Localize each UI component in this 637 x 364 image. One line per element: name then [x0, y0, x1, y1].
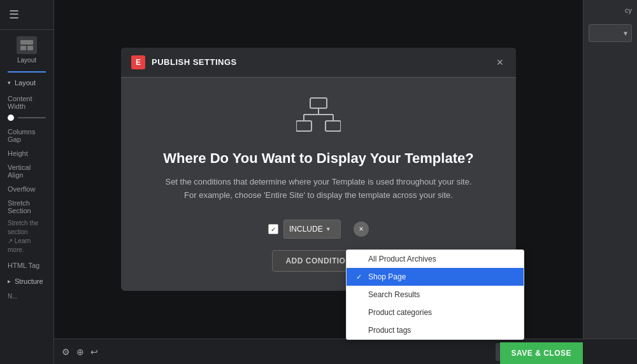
condition-row: ✓ INCLUDE ▼ All Product Archives ✓	[147, 220, 490, 239]
sidebar-slider-row	[0, 113, 54, 125]
sidebar-prop-stretch-section: Stretch Section	[0, 196, 54, 218]
svg-rect-0	[20, 40, 33, 45]
svg-rect-3	[310, 98, 327, 108]
include-select[interactable]: INCLUDE ▼	[283, 220, 341, 239]
layout-label: Layout	[8, 57, 46, 64]
right-top-text: cy	[583, 0, 637, 20]
svg-rect-8	[296, 121, 311, 131]
dropdown-item-all-product-archives[interactable]: All Product Archives	[347, 250, 524, 268]
sidebar-prop-overflow: Overflow	[0, 182, 54, 196]
sidebar-layout-section: Layout	[0, 30, 54, 70]
settings-icon[interactable]: ⚙	[62, 347, 70, 357]
sidebar-divider	[8, 71, 46, 73]
publish-settings-modal: E PUBLISH SETTINGS ×	[121, 48, 516, 291]
sidebar-item-label: Layout	[15, 79, 36, 87]
modal-close-button[interactable]: ×	[494, 55, 506, 69]
remove-condition-button[interactable]: ×	[354, 221, 369, 237]
modal-body: Where Do You Want to Display Your Templa…	[121, 78, 516, 291]
caret-icon: ▾	[8, 80, 11, 86]
modal-heading: Where Do You Want to Display Your Templa…	[163, 150, 473, 167]
check-selected-icon: ✓	[354, 273, 363, 281]
sidebar-item-structure[interactable]: ▸ Structure	[0, 272, 54, 290]
sidebar-top: ☰	[0, 0, 54, 30]
sidebar-prop-columns-gap: Columns Gap	[0, 125, 54, 146]
condition-checkbox[interactable]: ✓	[268, 224, 278, 234]
dropdown-arrow-icon: ▼	[622, 30, 629, 37]
modal-header: E PUBLISH SETTINGS ×	[121, 48, 516, 78]
save-close-button[interactable]: SAVE & CLOSE	[500, 342, 583, 364]
menu-icon[interactable]: ☰	[6, 5, 47, 24]
undo-icon[interactable]: ↩	[90, 347, 98, 357]
site-structure-icon	[296, 97, 341, 137]
sidebar-prop-vertical-align: Vertical Align	[0, 160, 54, 182]
sidebar-prop-content-width: Content Width	[0, 92, 54, 113]
condition-dropdown[interactable]: All Product Archives ✓ Shop Page Search …	[346, 249, 524, 340]
slider-track	[18, 117, 46, 118]
sidebar-note: N...	[0, 290, 54, 302]
caret-structure-icon: ▸	[8, 278, 11, 284]
svg-rect-9	[326, 121, 341, 131]
dropdown-item-search-results[interactable]: Search Results	[347, 286, 524, 304]
dropdown-item-product-categories[interactable]: Product categories	[347, 304, 524, 321]
modal-title: PUBLISH SETTINGS	[152, 57, 487, 67]
sidebar-item-structure-label: Structure	[15, 277, 43, 285]
sidebar-prop-html-tag: HTML Tag	[0, 258, 54, 272]
svg-rect-2	[27, 46, 33, 50]
dropdown-item-shop-page[interactable]: ✓ Shop Page	[347, 268, 524, 286]
dropdown-item-product-tags[interactable]: Product tags	[347, 321, 524, 339]
svg-rect-1	[20, 46, 26, 50]
modal-overlay: E PUBLISH SETTINGS ×	[54, 0, 583, 339]
select-caret-icon: ▼	[326, 226, 331, 232]
layout-icon	[17, 36, 37, 54]
modal-description: Set the conditions that determine where …	[165, 176, 471, 202]
right-dropdown[interactable]: ▼	[589, 24, 632, 42]
modal-brand-icon: E	[131, 55, 145, 69]
left-sidebar: ☰ Layout ▾ Layout Content Width Columns …	[0, 0, 54, 364]
right-sidebar: cy ▼	[583, 0, 637, 364]
sidebar-prop-height: Height	[0, 146, 54, 160]
sidebar-item-layout[interactable]: ▾ Layout	[0, 74, 54, 92]
checkbox-check: ✓	[271, 226, 276, 233]
slider-thumb	[8, 115, 14, 121]
add-icon[interactable]: ⊕	[76, 347, 84, 357]
stretch-description: Stretch the section↗ Learn more.	[0, 218, 54, 258]
